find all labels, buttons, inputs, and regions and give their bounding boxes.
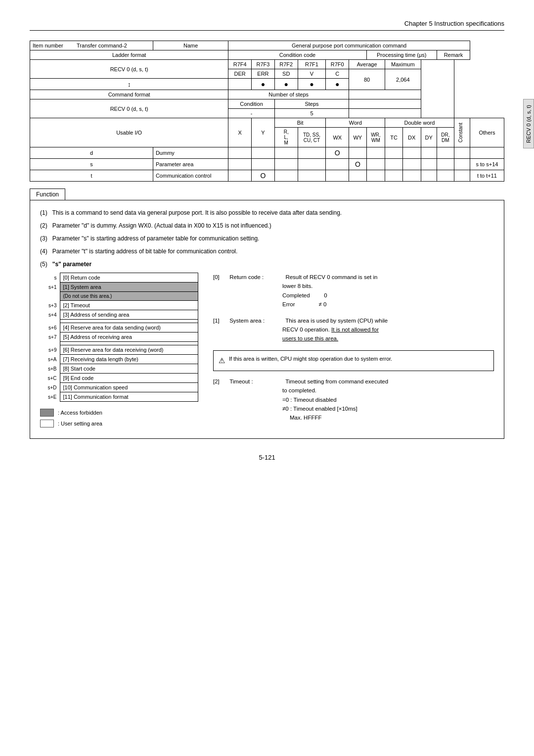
legend-box-dark: [40, 409, 54, 417]
col-wy: WY: [349, 128, 366, 147]
r7f4: R7F4: [228, 60, 252, 69]
bullet-err: ●: [252, 79, 275, 90]
function-tab: Function: [30, 189, 65, 200]
s-label-empty-1: [40, 292, 60, 301]
row-d-y: [252, 147, 275, 159]
row-t-dx: [402, 170, 421, 182]
col-r-l-m: R, L, M: [274, 128, 298, 147]
s-label-s7: s+7: [40, 332, 60, 342]
col-dy: DY: [421, 128, 437, 147]
col-others: Others: [470, 118, 504, 147]
s-content-6: [4] Reserve area for data sending (word): [60, 323, 198, 332]
item-5: (5) "s" parameter: [40, 260, 494, 269]
col-x: X: [228, 118, 252, 147]
s-param-row-a: s+A [7] Receiving data length (byte): [40, 355, 198, 364]
s-content-8: [60, 342, 198, 345]
row-s-dx: [402, 159, 421, 170]
row-t-const: [454, 170, 470, 182]
row-s-letter: s: [30, 159, 153, 170]
command-format-label: Command format: [30, 90, 228, 99]
s-param-row-8: [40, 342, 198, 345]
row-t-others: t to t+11: [470, 170, 504, 182]
s-label-s4: s+4: [40, 310, 60, 320]
s-content-4: [3] Address of sending area: [60, 310, 198, 320]
s-content-3: [2] Timeout: [60, 301, 198, 310]
col-constant: Constant: [454, 118, 470, 147]
processing-time-label: Processing time (μs): [366, 50, 437, 60]
condition-code-label: Condition code: [228, 50, 366, 60]
s-content-e: [11] Communication format: [60, 392, 198, 402]
row-s-label: Parameter area: [153, 159, 228, 170]
s-param-row-0: s [0] Return code: [40, 273, 198, 283]
avg-max-empty: [349, 90, 421, 99]
legend-box-light: [40, 420, 54, 427]
row-s-tc: [385, 159, 403, 170]
legend-text-light: : User setting area: [58, 421, 102, 426]
s-content-0: [0] Return code: [60, 273, 198, 283]
row-s-const: [454, 159, 470, 170]
usable-io-label: Usable I/O: [30, 118, 228, 147]
col-td-ss: TD, SS, CU, CT: [298, 128, 326, 147]
row-s-y: [252, 159, 275, 170]
der: DER: [228, 69, 252, 79]
row-d-wr: [366, 147, 385, 159]
s-param-table: s [0] Return code s+1 [1] System area (D…: [40, 273, 198, 402]
maximum-label: Maximum: [385, 60, 421, 69]
row-d-dx: [402, 147, 421, 159]
row-s-wx: [326, 159, 349, 170]
row-t-rlm: [274, 170, 298, 182]
s-param-table-wrap: s [0] Return code s+1 [1] System area (D…: [40, 273, 198, 430]
name-value-cell: General purpose port communication comma…: [228, 41, 470, 50]
item-2: (2) Parameter "d" is dummy. Assign WX0. …: [40, 221, 494, 230]
row-d-letter: d: [30, 147, 153, 159]
r7f1: R7F1: [298, 60, 326, 69]
s-param-row-1: s+1 [1] System area: [40, 283, 198, 292]
row-s-tdss: [298, 159, 326, 170]
item-3: (3) Parameter "s" is starting address of…: [40, 234, 494, 243]
word-header: Word: [326, 118, 385, 128]
s-param-right: [0] Return code : Result of RECV 0 comma…: [213, 273, 494, 430]
row-t-letter: t: [30, 170, 153, 182]
remark-label: Remark: [437, 50, 470, 60]
row-d-wy: [349, 147, 366, 159]
maximum-value-cell: 2,064: [385, 69, 421, 90]
s-content-b: [8] Start code: [60, 364, 198, 374]
v: V: [298, 69, 326, 79]
entry-2: [2] Timeout : Timeout setting from comma…: [213, 377, 494, 423]
row-d-rlm: [274, 147, 298, 159]
s-param-row-4: s+4 [3] Address of sending area: [40, 310, 198, 320]
entry-1: [1] System area : This area is used by s…: [213, 316, 494, 343]
err: ERR: [252, 69, 275, 79]
col-wx: WX: [326, 128, 349, 147]
chapter-title: Chapter 5 Instruction specifications: [404, 20, 504, 27]
col-dx: DX: [402, 128, 421, 147]
bit-header: Bit: [274, 118, 326, 128]
row-s-others: s to s+14: [470, 159, 504, 170]
row-t-dr: [437, 170, 454, 182]
sideways-label: RECV 0 (d, s, t): [523, 99, 534, 148]
bullet-c: ●: [326, 79, 349, 90]
empty1: [349, 99, 421, 109]
row-s-wy: O: [349, 159, 366, 170]
s-param-row-b: s+B [8] Start code: [40, 364, 198, 374]
s-param-row-e: s+E [11] Communication format: [40, 392, 198, 402]
s-param-row-c: s+C [9] End code: [40, 374, 198, 383]
s-label-sd: s+D: [40, 383, 60, 392]
page-number: 5-121: [30, 454, 504, 461]
row-d-others: [470, 147, 504, 159]
main-table: Item number Transfer command-2 Name Gene…: [30, 41, 504, 182]
item-number-cell: Item number Transfer command-2: [30, 41, 153, 50]
chapter-header: Chapter 5 Instruction specifications: [30, 20, 504, 31]
s-param-row-7: s+7 [5] Address of receiving area: [40, 332, 198, 342]
empty2: [349, 109, 421, 118]
s-label-s: s: [40, 273, 60, 283]
row-s-rlm: [274, 159, 298, 170]
row-t-wy: [349, 170, 366, 182]
legend-item-1: : User setting area: [40, 420, 198, 427]
steps-label: Steps: [274, 99, 349, 109]
s-content-d: [10] Communication speed: [60, 383, 198, 392]
s-label-sb: s+B: [40, 364, 60, 374]
recv-label2: RECV 0 (d, s, t): [30, 99, 228, 118]
s-content-7: [5] Address of receiving area: [60, 332, 198, 342]
warning-text: If this area is written, CPU might stop …: [229, 355, 392, 364]
